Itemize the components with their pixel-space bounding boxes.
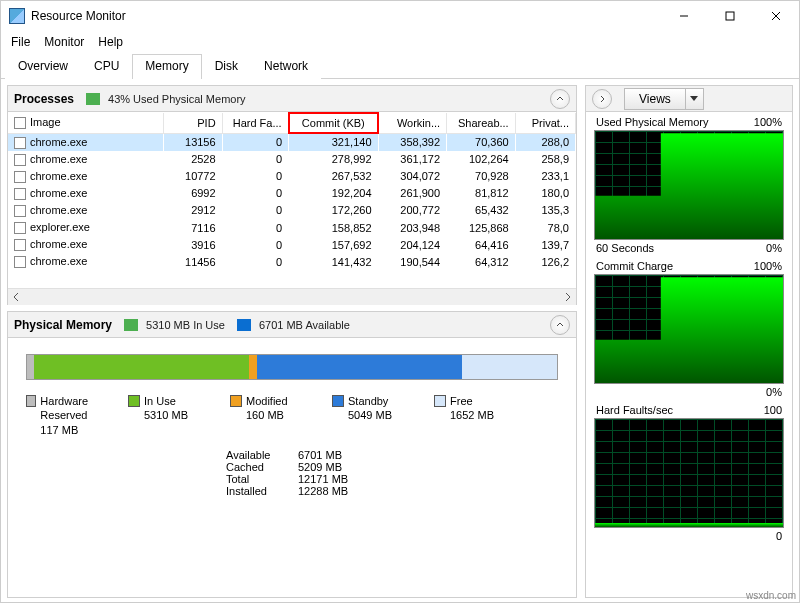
table-row[interactable]: chrome.exe69920192,204261,90081,812180,0 [8,185,576,202]
available-icon [237,319,251,331]
table-row[interactable]: explorer.exe71160158,852203,948125,86878… [8,219,576,236]
row-checkbox[interactable] [14,222,26,234]
col-priv[interactable]: Privat... [515,113,575,133]
window-title: Resource Monitor [31,9,661,23]
table-row[interactable]: chrome.exe39160157,692204,12464,416139,7 [8,236,576,253]
memory-summary: Available6701 MB Cached5209 MB Total1217… [226,449,558,497]
physical-memory-panel: Physical Memory 5310 MB In Use 6701 MB A… [7,311,577,598]
row-checkbox[interactable] [14,188,26,200]
row-checkbox[interactable] [14,239,26,251]
row-checkbox[interactable] [14,137,26,149]
watermark: wsxdn.com [746,590,796,601]
chart3-max: 100 [764,404,782,416]
table-row[interactable]: chrome.exe131560321,140358,39270,360288,… [8,133,576,151]
scroll-left-icon[interactable] [8,289,24,305]
row-checkbox[interactable] [14,171,26,183]
legend-hw: Hardware Reserved117 MB [26,394,122,437]
physical-collapse-button[interactable] [550,315,570,335]
table-row[interactable]: chrome.exe25280278,992361,172102,264258,… [8,151,576,168]
legend-mo: Modified160 MB [230,394,326,437]
tab-disk[interactable]: Disk [202,54,251,79]
chart3-title: Hard Faults/sec [596,404,673,416]
maximize-button[interactable] [707,1,753,31]
col-pid[interactable]: PID [164,113,222,133]
tab-network[interactable]: Network [251,54,321,79]
processes-table: Image PID Hard Fa... Commit (KB) Workin.… [8,112,576,270]
chart2-max: 100% [754,260,782,272]
h-scrollbar[interactable] [8,288,576,304]
tab-cpu[interactable]: CPU [81,54,132,79]
table-row[interactable]: chrome.exe107720267,532304,07270,928233,… [8,168,576,185]
menu-monitor[interactable]: Monitor [44,35,84,49]
col-image[interactable]: Image [8,113,164,133]
charts-collapse-button[interactable] [592,89,612,109]
processes-title: Processes [14,92,74,106]
col-hard[interactable]: Hard Fa... [222,113,289,133]
views-dropdown-icon[interactable] [686,88,704,110]
menu-help[interactable]: Help [98,35,123,49]
minimize-button[interactable] [661,1,707,31]
in-use-text: 5310 MB In Use [146,319,225,331]
svg-rect-1 [726,12,734,20]
memory-bar [26,354,558,380]
chart1-btitle: 60 Seconds [596,242,654,254]
select-all-checkbox[interactable] [14,117,26,129]
mem-used-icon [86,93,100,105]
tab-overview[interactable]: Overview [5,54,81,79]
col-commit[interactable]: Commit (KB) [289,113,378,133]
close-button[interactable] [753,1,799,31]
chart-commit-charge [594,274,784,384]
tab-memory[interactable]: Memory [132,54,201,79]
row-checkbox[interactable] [14,256,26,268]
menu-file[interactable]: File [11,35,30,49]
legend-fr: Free1652 MB [434,394,530,437]
available-text: 6701 MB Available [259,319,350,331]
chart1-title: Used Physical Memory [596,116,708,128]
tabstrip: Overview CPU Memory Disk Network [1,53,799,79]
chart2-bmax: 0% [766,386,782,398]
row-checkbox[interactable] [14,205,26,217]
menubar: File Monitor Help [1,31,799,53]
legend-sb: Standby5049 MB [332,394,428,437]
views-button[interactable]: Views [624,88,686,110]
processes-collapse-button[interactable] [550,89,570,109]
app-icon [9,8,25,24]
titlebar: Resource Monitor [1,1,799,31]
table-row[interactable]: chrome.exe29120172,260200,77265,432135,3 [8,202,576,219]
chart1-max: 100% [754,116,782,128]
phys-used-text: 43% Used Physical Memory [108,93,246,105]
chart-used-physical [594,130,784,240]
table-row[interactable]: chrome.exe114560141,432190,54464,312126,… [8,253,576,270]
row-checkbox[interactable] [14,154,26,166]
chart-hard-faults [594,418,784,528]
col-share[interactable]: Shareab... [447,113,516,133]
in-use-icon [124,319,138,331]
col-working[interactable]: Workin... [378,113,447,133]
chart2-title: Commit Charge [596,260,673,272]
processes-panel: Processes 43% Used Physical Memory Image… [7,85,577,305]
chart3-bmax: 0 [776,530,782,542]
chart1-bmax: 0% [766,242,782,254]
physical-title: Physical Memory [14,318,112,332]
scroll-right-icon[interactable] [560,289,576,305]
charts-panel: Views Used Physical Memory100% 60 Second… [585,85,793,598]
legend-in: In Use5310 MB [128,394,224,437]
